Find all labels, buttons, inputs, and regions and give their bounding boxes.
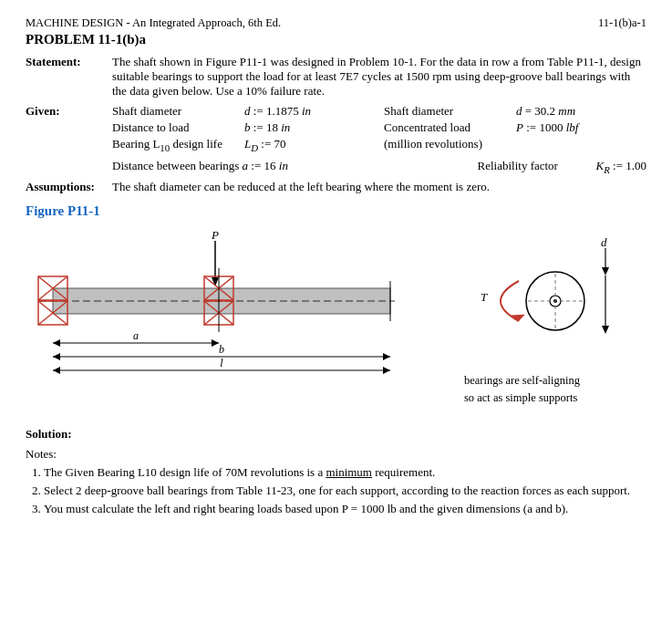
- figure-right: d T bearings are self-aligningso act as …: [464, 226, 646, 412]
- given-value-1a: d := 1.1875 in: [244, 104, 311, 119]
- given-label-2a: Distance to load: [112, 120, 244, 135]
- figure-title: Figure P11-1: [26, 203, 646, 219]
- svg-marker-28: [53, 367, 60, 374]
- notes-list: The Given Bearing L10 design life of 70M…: [26, 465, 646, 516]
- solution-label: Solution:: [26, 427, 646, 442]
- given-label-2b: Concentrated load: [384, 120, 516, 135]
- svg-marker-20: [53, 339, 60, 347]
- distance-label: Distance between bearings a := 16 in: [112, 159, 288, 173]
- statement-label: Statement:: [26, 55, 112, 99]
- svg-text:P: P: [211, 228, 219, 242]
- given-row-1b: Shaft diameter d = 30.2 mm: [384, 104, 646, 119]
- underline-minimum: minimum: [326, 465, 372, 479]
- given-row-1a: Shaft diameter d := 1.1875 in: [112, 104, 375, 119]
- given-section: Given: Shaft diameter d := 1.1875 in Sha…: [26, 104, 646, 174]
- svg-marker-24: [53, 353, 60, 360]
- header: MACHINE DESIGN - An Integrated Approach,…: [26, 16, 646, 30]
- figure-left: P: [26, 226, 446, 412]
- note-item-1: The Given Bearing L10 design life of 70M…: [44, 465, 646, 480]
- distance-row: Distance between bearings a := 16 in Rel…: [112, 159, 646, 175]
- statement-section: Statement: The shaft shown in Figure P11…: [26, 55, 646, 99]
- svg-marker-42: [602, 326, 609, 334]
- given-value-3a: LD := 70: [244, 137, 286, 153]
- svg-marker-25: [383, 353, 390, 360]
- header-right: 11-1(b)a-1: [598, 16, 646, 30]
- svg-marker-33: [602, 267, 609, 275]
- given-label-3b: (million revolutions): [384, 137, 516, 151]
- given-row-2a: Distance to load b := 18 in: [112, 120, 375, 135]
- given-row-2b: Concentrated load P := 1000 lbf: [384, 120, 646, 135]
- reliability-label: Reliability factor: [478, 159, 596, 173]
- given-value-2b: P := 1000 lbf: [516, 120, 578, 135]
- solution-section: Solution:: [26, 427, 646, 442]
- shaft-diagram: P: [26, 226, 418, 409]
- svg-marker-29: [383, 367, 390, 374]
- given-value-2a: b := 18 in: [244, 120, 290, 135]
- given-value-1b: d = 30.2 mm: [516, 104, 575, 119]
- svg-marker-21: [212, 339, 219, 347]
- given-label-3a: Bearing L10 design life: [112, 137, 244, 153]
- notes-label: Notes:: [26, 447, 646, 462]
- given-label-1a: Shaft diameter: [112, 104, 244, 119]
- note-item-2: Select 2 deep-groove ball bearings from …: [44, 483, 646, 498]
- assumptions-section: Assumptions: The shaft diameter can be r…: [26, 180, 646, 194]
- given-row-3a: Bearing L10 design life LD := 70: [112, 137, 375, 153]
- given-grid: Shaft diameter d := 1.1875 in Shaft diam…: [112, 104, 646, 155]
- svg-text:T: T: [481, 290, 488, 304]
- assumptions-text: The shaft diameter can be reduced at the…: [112, 180, 646, 194]
- svg-text:l: l: [220, 357, 223, 369]
- reliability-value: KR := 1.00: [596, 159, 647, 175]
- svg-text:d: d: [601, 235, 607, 249]
- svg-text:a: a: [133, 329, 139, 342]
- notes-section: Notes: The Given Bearing L10 design life…: [26, 447, 646, 516]
- svg-text:b: b: [219, 343, 224, 356]
- problem-title: PROBLEM 11-1(b)a: [26, 32, 646, 47]
- given-content: Shaft diameter d := 1.1875 in Shaft diam…: [112, 104, 646, 174]
- note-item-3: You must calculate the left and right be…: [44, 502, 646, 516]
- header-left: MACHINE DESIGN - An Integrated Approach,…: [26, 16, 281, 30]
- given-label-1b: Shaft diameter: [384, 104, 516, 119]
- given-row-3b: (million revolutions): [384, 137, 646, 153]
- given-label: Given:: [26, 104, 112, 174]
- cross-section-diagram: d T: [464, 235, 637, 381]
- bearing-caption: bearings are self-aligningso act as simp…: [464, 372, 580, 407]
- assumptions-label: Assumptions:: [26, 180, 112, 194]
- figure-area: P: [26, 226, 646, 412]
- statement-text: The shaft shown in Figure P11-1 was desi…: [112, 55, 646, 99]
